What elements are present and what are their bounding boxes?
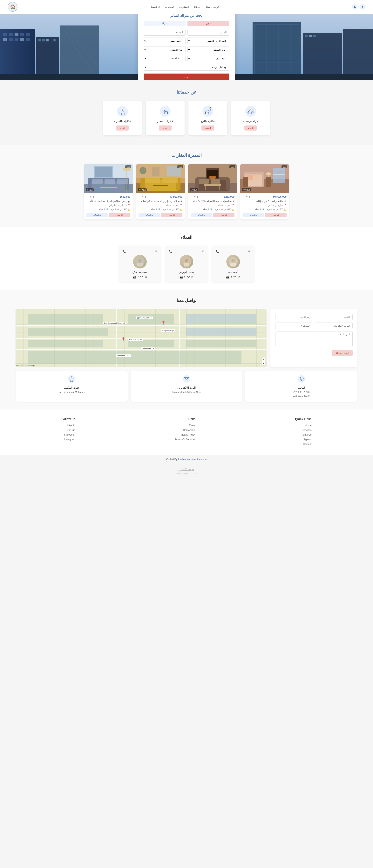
- more-icon-2[interactable]: ⋯: [138, 195, 141, 198]
- github-icon-2[interactable]: ⌥: [140, 275, 143, 279]
- svg-point-52: [117, 106, 128, 117]
- contact-submit-button[interactable]: إرسل رسالة: [332, 350, 352, 356]
- service-btn-1[interactable]: المزيد: [201, 125, 214, 130]
- contact-name-input[interactable]: [315, 314, 352, 320]
- github-icon-0[interactable]: ⌥: [233, 275, 236, 279]
- map-zoom-in[interactable]: +: [262, 358, 265, 362]
- service-btn-3[interactable]: المزيد: [116, 125, 129, 130]
- share-icon-1[interactable]: ⬆: [197, 195, 199, 198]
- contact-message-textarea[interactable]: [275, 331, 352, 347]
- property-type-select[interactable]: نوع العقارة: [144, 46, 185, 53]
- favorite-icon-2[interactable]: ♥: [142, 195, 143, 198]
- contact-subject-input[interactable]: [275, 322, 313, 329]
- svg-rect-25: [252, 22, 301, 80]
- follow-1[interactable]: GitHub: [67, 429, 75, 431]
- share-icon-2[interactable]: ⬆: [144, 195, 146, 198]
- nav-properties[interactable]: العقارات: [179, 5, 189, 8]
- facebook-icon-1[interactable]: f: [184, 275, 185, 279]
- link-2[interactable]: Privacy Policy: [180, 433, 196, 436]
- client-phone-icon-1[interactable]: 📞: [169, 250, 172, 253]
- quick-link-0[interactable]: Home: [305, 424, 312, 427]
- search-type-row: حالة الملكية نوع العقارة: [144, 46, 229, 53]
- nav-contact[interactable]: تواصل معنا: [206, 5, 219, 8]
- area-select[interactable]: المساحات: [144, 55, 185, 62]
- client-social-2: in ⌥ f 📸: [123, 275, 157, 279]
- follow-3[interactable]: Instagram: [64, 438, 75, 441]
- property-status-select[interactable]: حالة الملكية: [188, 46, 229, 53]
- link-1[interactable]: Contact Us: [183, 429, 196, 431]
- svg-marker-85: [195, 190, 196, 190]
- quick-link-2[interactable]: Featured: [302, 433, 312, 436]
- min-price-select[interactable]: الحد الادنى للسعر: [188, 37, 229, 44]
- favorites-icon[interactable]: ♥: [360, 4, 365, 9]
- coder-link[interactable]: Ibrahim Aymane Zaitoune: [178, 458, 207, 461]
- property-media-count-0: 4/40: [242, 188, 251, 191]
- search-amenities-row: وسائل الراحة: [144, 64, 229, 71]
- follow-title: Follow Us: [61, 417, 75, 421]
- svg-rect-8: [14, 33, 19, 36]
- property-meta-1: 📐 3610 م 🛏 4 غرف 🚿 2 حمام: [191, 208, 235, 211]
- follow-2[interactable]: Facebook: [64, 433, 75, 436]
- more-icon-0[interactable]: ⋯: [243, 195, 245, 198]
- nav-clients[interactable]: العملاء: [194, 5, 201, 8]
- client-email-icon-0[interactable]: ✉: [248, 250, 250, 253]
- property-detail-btn-0[interactable]: تفاصيل: [265, 213, 286, 217]
- linkedin-icon-2[interactable]: in: [145, 275, 147, 279]
- map-pin-main: 📍: [161, 320, 166, 325]
- quick-link-1[interactable]: Services: [302, 429, 312, 431]
- client-email-icon-1[interactable]: ✉: [202, 250, 204, 253]
- link-0[interactable]: Event: [189, 424, 196, 427]
- favorite-icon-1[interactable]: ♥: [194, 195, 196, 198]
- follow-0[interactable]: LinkedIn: [66, 424, 75, 427]
- amenities-select[interactable]: وسائل الراحة: [144, 64, 229, 71]
- property-detail-btn-3[interactable]: تفاصيل: [109, 213, 130, 217]
- more-icon-3[interactable]: ⋯: [87, 195, 89, 198]
- quick-link-3[interactable]: Agents: [304, 438, 311, 441]
- property-desc-3: بيع رياض بمراكش 6 غرف ممتازة، المدفأة: [87, 199, 130, 203]
- linkedin-icon-1[interactable]: in: [191, 275, 194, 279]
- logo[interactable]: 🏠: [8, 2, 18, 12]
- instagram-icon-1[interactable]: 📸: [179, 275, 183, 279]
- property-info-btn-3[interactable]: معلومات: [87, 213, 108, 217]
- rooms-select[interactable]: عدد غرف: [188, 55, 229, 62]
- contact-zip-input[interactable]: [275, 314, 313, 320]
- map-zoom-out[interactable]: −: [262, 362, 265, 365]
- max-price-select[interactable]: أقصى سعر: [144, 37, 185, 44]
- contact-info-grid: الهاتف +212-6561-7690+212-5231-3333 البر…: [15, 371, 358, 402]
- instagram-icon-2[interactable]: 📸: [133, 275, 136, 279]
- search-button[interactable]: بحث: [144, 73, 229, 80]
- share-icon-3[interactable]: ⬆: [93, 195, 94, 198]
- quick-link-4[interactable]: Contact: [303, 442, 312, 445]
- property-info-btn-0[interactable]: معلومات: [243, 213, 264, 217]
- property-info-btn-2[interactable]: معلومات: [138, 213, 160, 217]
- property-detail-btn-1[interactable]: تفاصيل: [213, 213, 235, 217]
- facebook-icon-2[interactable]: f: [138, 275, 138, 279]
- linkedin-icon-0[interactable]: in: [238, 275, 240, 279]
- property-info-btn-1[interactable]: معلومات: [191, 213, 212, 217]
- footer-follow: Follow Us LinkedIn GitHub Facebook Insta…: [61, 417, 75, 447]
- contact-email-input[interactable]: [315, 322, 352, 329]
- city-input-1[interactable]: [188, 29, 229, 36]
- share-icon-0[interactable]: ⬆: [249, 195, 250, 198]
- facebook-icon-0[interactable]: f: [231, 275, 232, 279]
- client-email-icon-2[interactable]: ✉: [155, 250, 157, 253]
- city-input-2[interactable]: [144, 29, 185, 36]
- link-3[interactable]: Terms Of Services: [175, 438, 196, 441]
- service-btn-0[interactable]: المزيد: [244, 125, 257, 130]
- more-icon-1[interactable]: ⋯: [191, 195, 193, 198]
- tab-rent[interactable]: تأجير: [188, 21, 229, 26]
- user-icon[interactable]: [352, 4, 358, 9]
- client-phone-icon-0[interactable]: 📞: [216, 250, 219, 253]
- nav-home[interactable]: الرئيسية: [151, 5, 160, 8]
- favorite-icon-0[interactable]: ♥: [246, 195, 247, 198]
- services-section: عن خدماتنا $ كراء موسمي المزيد: [0, 80, 373, 145]
- client-phone-icon-2[interactable]: 📞: [123, 250, 126, 253]
- favorite-icon-3[interactable]: ♥: [90, 195, 91, 198]
- tab-buy[interactable]: شراء: [144, 21, 185, 26]
- svg-rect-36: [309, 35, 312, 37]
- service-btn-2[interactable]: المزيد: [159, 125, 172, 130]
- property-detail-btn-2[interactable]: تفاصيل: [161, 213, 182, 217]
- nav-services[interactable]: الخدمات: [165, 5, 174, 8]
- instagram-icon-0[interactable]: 📸: [226, 275, 230, 279]
- github-icon-1[interactable]: ⌥: [187, 275, 190, 279]
